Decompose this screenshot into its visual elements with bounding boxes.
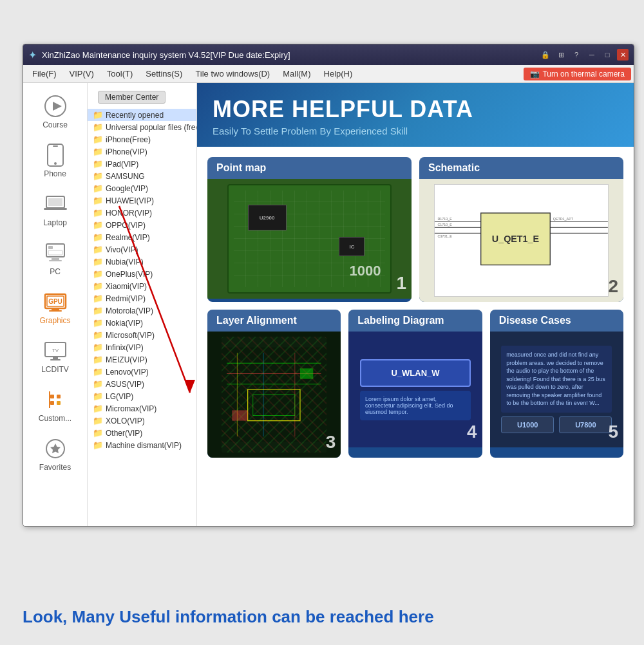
file-item-nokia[interactable]: 📁Nokia(VIP) [88,317,196,329]
folder-icon: 📁 [93,428,103,438]
folder-icon: 📁 [93,135,103,144]
file-item-microsoft[interactable]: 📁Microsoft(VIP) [88,329,196,341]
folder-icon: 📁 [93,440,103,450]
pcb-chip-2: IC [339,237,365,256]
svg-text:C1710_E: C1710_E [438,223,453,227]
point-map-body: U2900 IC 1000 1 [207,179,412,299]
menu-settings[interactable]: Settins(S) [139,67,189,80]
file-item-lenovo[interactable]: 📁Lenovo(VIP) [88,366,196,378]
menu-tile[interactable]: Tile two windows(D) [189,67,276,80]
menu-help[interactable]: Help(H) [317,67,359,80]
file-item-xolo[interactable]: 📁XOLO(VIP) [88,415,196,427]
laptop-icon [43,191,68,217]
file-item-recently-opened[interactable]: 📁 Recently opened [88,109,196,121]
sidebar-item-lcditv[interactable]: TV LCDITV [27,333,84,379]
file-item-iphone-free[interactable]: 📁iPhone(Free) [88,133,196,145]
file-tree: Member Center 📁 Recently opened 📁Univers… [88,83,197,526]
graphics-label: Graphics [39,316,70,325]
svg-rect-19 [53,357,58,359]
folder-icon: 📁 [93,220,103,230]
settings-button[interactable]: ⊞ [555,49,567,61]
file-item-machine[interactable]: 📁Machine dismant(VIP) [88,439,196,451]
file-item-google[interactable]: 📁Google(VIP) [88,182,196,194]
file-item-honor[interactable]: 📁HONOR(VIP) [88,207,196,219]
sidebar-item-custom[interactable]: Custom... [27,382,84,428]
file-item-other[interactable]: 📁Other(VIP) [88,427,196,439]
chip-u7800: U7800 [559,416,612,433]
hero-section: MORE HELPFUL DATA Easily To Settle Probl… [197,83,634,147]
svg-rect-50 [300,368,313,379]
folder-icon: 📁 [93,355,103,364]
menu-vip[interactable]: VIP(V) [63,67,100,80]
sidebar-item-pc[interactable]: PC [27,235,84,281]
disease-chips: U1000 U7800 [501,416,612,433]
file-item-asus[interactable]: 📁ASUS(VIP) [88,378,196,390]
file-item-iphone-vip[interactable]: 📁iPhone(VIP) [88,145,196,158]
labeling-text: Lorem ipsum dolor sit amet, consectetur … [360,391,471,420]
file-item-xiaomi[interactable]: 📁Xiaomi(VIP) [88,280,196,292]
file-item-oppo[interactable]: 📁OPPO(VIP) [88,219,196,231]
folder-icon: 📁 [93,257,103,266]
menubar: File(F) VIP(V) Tool(T) Settins(S) Tile t… [23,65,634,83]
svg-text:QETD1_APT: QETD1_APT [553,217,574,221]
layer-alignment-card[interactable]: Layer Alignment [207,310,341,458]
lock-button[interactable]: 🔒 [540,49,551,61]
sidebar-item-laptop[interactable]: Laptop [27,186,84,232]
disease-cases-body: measured once and did not find any probl… [490,332,623,447]
file-item-huawei[interactable]: 📁HUAWEI(VIP) [88,194,196,207]
menu-file[interactable]: File(F) [26,67,63,80]
close-button[interactable]: ✕ [617,49,629,61]
file-item-universal[interactable]: 📁Universal popular files (free [88,121,196,133]
folder-icon: 📁 [93,196,103,205]
custom-label: Custom... [39,414,71,423]
svg-rect-49 [232,410,248,420]
file-item-vivo[interactable]: 📁Vivo(VIP) [88,243,196,256]
menubar-right: 📷 Turn on thermal camera [524,68,631,80]
course-label: Course [43,120,68,129]
svg-rect-16 [52,308,59,310]
file-item-redmi[interactable]: 📁Redmi(VIP) [88,292,196,304]
file-item-lg[interactable]: 📁LG(VIP) [88,390,196,402]
minimize-button[interactable]: ─ [586,49,598,61]
maximize-button[interactable]: □ [601,49,613,61]
schematic-card[interactable]: Schematic U_QET1_E [419,157,623,302]
course-icon [43,93,68,119]
file-item-infinix[interactable]: 📁Infinix(VIP) [88,341,196,353]
phone-icon [43,142,68,168]
sidebar-item-course[interactable]: Course [27,88,84,135]
member-center-button[interactable]: Member Center [98,91,166,104]
file-item-realme[interactable]: 📁Realme(VIP) [88,231,196,243]
thermal-camera-button[interactable]: 📷 Turn on thermal camera [524,68,631,80]
menu-tool[interactable]: Tool(T) [100,67,139,80]
favorites-icon [43,436,68,462]
folder-icon: 📁 [93,294,103,303]
svg-point-4 [54,162,57,165]
window-controls: 🔒 ⊞ ? ─ □ ✕ [540,49,629,61]
schematic-svg: U_QET1_E R1713_E C1710_E C3701_E [435,185,608,296]
sidebar-item-favorites[interactable]: Favorites [27,431,84,477]
labeling-diagram-number: 4 [467,422,477,442]
labeling-diagram-header: Labeling Diagram [348,310,482,332]
disease-cases-card[interactable]: Disease Cases measured once and did not … [490,310,623,458]
point-map-card[interactable]: Point map U2900 IC 1000 1 [207,157,412,302]
file-item-motorola[interactable]: 📁Motorola(VIP) [88,304,196,317]
file-item-ipad[interactable]: 📁iPad(VIP) [88,158,196,170]
folder-icon: 📁 [93,245,103,254]
file-item-meizu[interactable]: 📁MEIZU(VIP) [88,353,196,366]
layer-alignment-header: Layer Alignment [207,310,341,332]
folder-icon: 📁 [93,330,103,340]
help-button[interactable]: ? [571,49,582,61]
svg-rect-10 [48,250,62,255]
menu-mall[interactable]: Mall(M) [276,67,317,80]
folder-icon: 📁 [93,147,103,156]
sidebar-item-graphics[interactable]: GPU Graphics [27,284,84,330]
labeling-diagram-card[interactable]: Labeling Diagram U_WLAN_W Lorem ipsum do… [348,310,482,458]
file-item-nubia[interactable]: 📁Nubia(VIP) [88,256,196,268]
file-item-micromax[interactable]: 📁Micromax(VIP) [88,402,196,415]
file-item-samsung[interactable]: 📁SAMSUNG [88,170,196,182]
file-item-oneplus[interactable]: 📁OnePlus(VIP) [88,268,196,280]
svg-rect-24 [50,401,54,405]
folder-icon: 📁 [93,342,103,352]
pc-icon [43,240,68,266]
sidebar-item-phone[interactable]: Phone [27,137,84,183]
